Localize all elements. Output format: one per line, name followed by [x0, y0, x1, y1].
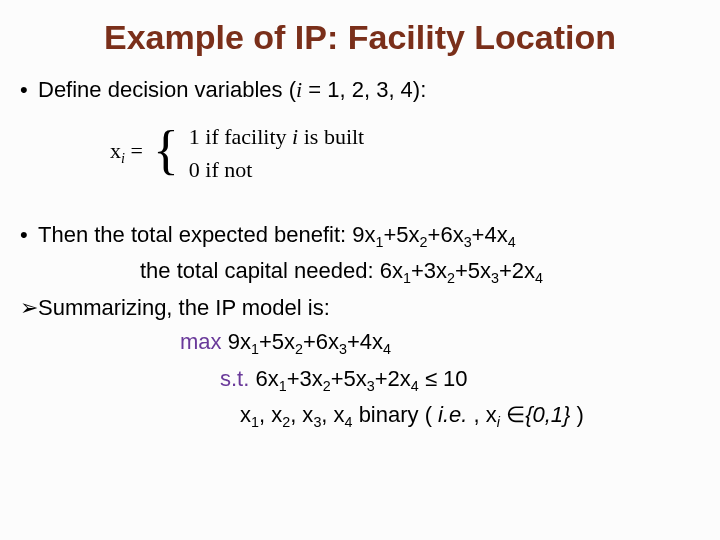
t: binary (: [353, 402, 439, 427]
kw-max: max: [180, 329, 228, 354]
line-st: s.t. 6x1+3x2+5x3+2x4 ≤ 10: [20, 364, 700, 396]
t: ≤ 10: [419, 366, 468, 391]
sub: 3: [491, 271, 499, 287]
ie: i.e.: [438, 402, 467, 427]
sub: 3: [339, 342, 347, 358]
t: +5x: [384, 222, 420, 247]
t: x: [110, 138, 121, 163]
t: 9x: [228, 329, 251, 354]
line-capital: the total capital needed: 6x1+3x2+5x3+2x…: [20, 256, 700, 288]
text-line: Define decision variables (i = 1, 2, 3, …: [38, 75, 426, 106]
t: +3x: [287, 366, 323, 391]
sub: 1: [376, 234, 384, 250]
sub: 4: [411, 378, 419, 394]
t: ): [570, 402, 583, 427]
t: 6x: [255, 366, 278, 391]
t: +6x: [428, 222, 464, 247]
sub: 2: [295, 342, 303, 358]
t: +5x: [259, 329, 295, 354]
t: , x: [321, 402, 344, 427]
t: , x: [467, 402, 496, 427]
t: +4x: [472, 222, 508, 247]
sub: 1: [251, 415, 259, 431]
t: +3x: [411, 258, 447, 283]
eq-lhs: xi =: [110, 138, 143, 167]
t: , x: [290, 402, 313, 427]
arrow-bullet-icon: ➢: [20, 293, 38, 324]
sub: 2: [323, 378, 331, 394]
t: 1 if facility: [189, 124, 292, 149]
t: +6x: [303, 329, 339, 354]
t: x: [240, 402, 251, 427]
sub: 4: [535, 271, 543, 287]
t: =: [125, 138, 143, 163]
bullet-summary: ➢ Summarizing, the IP model is:: [20, 293, 700, 324]
text-line: Summarizing, the IP model is:: [38, 293, 330, 324]
sub: 4: [508, 234, 516, 250]
bullet-benefit: • Then the total expected benefit: 9x1+5…: [20, 220, 700, 252]
t: , x: [259, 402, 282, 427]
slide-title: Example of IP: Facility Location: [20, 18, 700, 57]
bullet-define-vars: • Define decision variables (i = 1, 2, 3…: [20, 75, 700, 106]
case-0: 0 if not: [189, 153, 364, 186]
sub: 2: [447, 271, 455, 287]
sub: 1: [251, 342, 259, 358]
t: +2x: [499, 258, 535, 283]
sub: 1: [279, 378, 287, 394]
sub: 2: [282, 415, 290, 431]
sub: 1: [403, 271, 411, 287]
text-line: Then the total expected benefit: 9x1+5x2…: [38, 220, 516, 252]
t: +4x: [347, 329, 383, 354]
t: +5x: [331, 366, 367, 391]
sub: 3: [464, 234, 472, 250]
sub: 3: [367, 378, 375, 394]
line-max: max 9x1+5x2+6x3+4x4: [20, 327, 700, 359]
cases: 1 if facility i is built 0 if not: [189, 120, 364, 186]
t: Define decision variables (: [38, 77, 296, 102]
t: +2x: [375, 366, 411, 391]
set: {0,1}: [525, 402, 570, 427]
kw-st: s.t.: [220, 366, 255, 391]
piecewise-definition: xi = { 1 if facility i is built 0 if not: [110, 120, 700, 186]
t: ∈: [500, 402, 525, 427]
case-1: 1 if facility i is built: [189, 120, 364, 153]
bullet-dot-icon: •: [20, 220, 38, 252]
t: Then the total expected benefit: 9x: [38, 222, 376, 247]
line-binary: x1, x2, x3, x4 binary ( i.e. , xi ∈{0,1}…: [20, 400, 700, 432]
t: = 1, 2, 3, 4):: [302, 77, 426, 102]
sub: 4: [383, 342, 391, 358]
bullet-dot-icon: •: [20, 75, 38, 106]
t: is built: [298, 124, 364, 149]
t: the total capital needed: 6x: [140, 258, 403, 283]
sub: 4: [345, 415, 353, 431]
t: +5x: [455, 258, 491, 283]
left-brace-icon: {: [153, 129, 179, 172]
sub: 2: [420, 234, 428, 250]
